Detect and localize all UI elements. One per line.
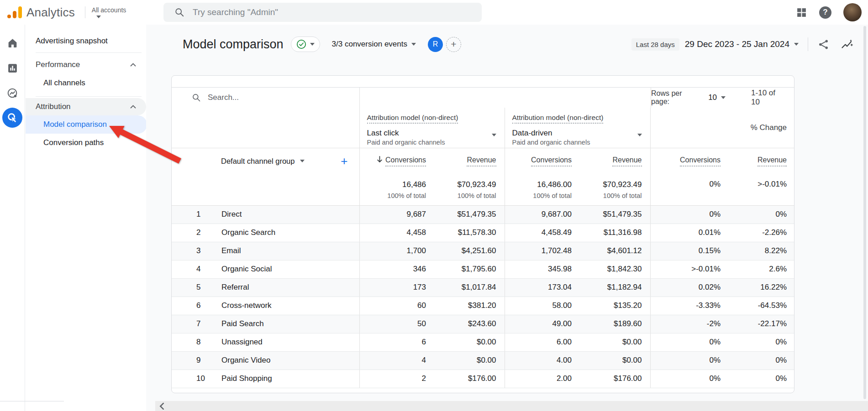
horizontal-scrollbar[interactable] [155, 401, 868, 411]
chevron-left-icon [159, 403, 164, 410]
sortable-header[interactable]: Revenue [612, 156, 642, 166]
advertising-icon[interactable] [2, 108, 22, 128]
sidebar-section-performance[interactable]: Performance [26, 56, 146, 74]
table-zone: Rows per page: 10 1-10 of 10 [172, 87, 794, 388]
apps-grid-icon[interactable] [796, 7, 807, 18]
cell-value: $1,842.30 [580, 260, 650, 278]
model-1-subtitle: Paid and organic channels [367, 139, 497, 146]
model-1-name: Last click [367, 129, 497, 138]
caret-down-icon[interactable] [300, 160, 305, 162]
avatar[interactable] [843, 3, 862, 21]
model-selector-row: Attribution model (non-direct) Last clic… [172, 108, 794, 148]
page-title: Model comparison [183, 37, 284, 52]
table-search[interactable] [172, 88, 359, 108]
pct-change-header: % Change [650, 108, 794, 148]
account-switcher[interactable]: All accounts [92, 6, 126, 18]
reports-icon[interactable] [7, 62, 18, 74]
col-header-conversions-1: Conversions [359, 148, 434, 174]
caret-down-icon[interactable] [794, 43, 799, 46]
totals-row: 16,486100% of total $70,923.49100% of to… [172, 174, 794, 205]
topbar-search-input[interactable] [193, 7, 448, 17]
product-name: Analytics [26, 5, 75, 20]
cell-value: $381.20 [434, 297, 505, 315]
cell-value: 9,687 [359, 205, 434, 224]
cell-value: 0% [729, 369, 794, 388]
sortable-header[interactable]: Revenue [758, 156, 787, 166]
conversion-events-selector[interactable]: 3/3 conversion events [332, 40, 407, 49]
cell-value: $0.00 [434, 351, 505, 369]
insights-button[interactable] [841, 38, 854, 51]
sidebar-item-advertising-snapshot[interactable]: Advertising snapshot [26, 34, 146, 48]
rows-per-page-select[interactable]: 10 [708, 93, 726, 102]
analytics-app: Analytics All accounts ? Advertising sna… [0, 0, 868, 411]
cell-value: $135.20 [580, 297, 650, 315]
caret-down-icon[interactable] [492, 134, 496, 136]
column-header-row: Default channel group + Conversions Reve… [172, 148, 794, 174]
cell-value: 0% [729, 205, 794, 224]
cell-value: -2% [650, 315, 729, 333]
help-icon[interactable]: ? [819, 6, 831, 19]
col-header-revenue-1: Revenue [434, 148, 505, 174]
topbar-actions: ? [796, 0, 862, 25]
attribution-model-header[interactable]: Attribution model (non-direct) [367, 114, 458, 124]
cell-value: $11,578.30 [434, 224, 505, 242]
share-icon [817, 38, 830, 51]
home-icon[interactable] [7, 37, 18, 49]
row-number: 2 [172, 224, 204, 242]
caret-down-icon[interactable] [637, 134, 642, 136]
data-quality-badge[interactable] [291, 36, 320, 52]
dimension-selector[interactable]: Default channel group [221, 157, 295, 166]
cell-value: 0% [729, 333, 794, 351]
share-button[interactable] [817, 38, 830, 51]
cell-value: 0% [650, 333, 729, 351]
cell-value: 1,702.48 [505, 242, 580, 260]
verified-check-icon [296, 39, 306, 49]
cell-value: 6.00 [505, 333, 580, 351]
row-number: 1 [172, 205, 204, 224]
topbar-search[interactable] [163, 3, 482, 22]
sidebar-section-attribution[interactable]: Attribution [26, 98, 146, 115]
sortable-header[interactable]: Conversions [680, 156, 721, 166]
page-header: Model comparison 3/3 conversion events R… [146, 25, 868, 64]
insights-icon [841, 38, 854, 51]
cell-value: 0% [729, 351, 794, 369]
total-conversions-1: 16,486100% of total [359, 174, 434, 205]
col-header-revenue-change: Revenue [729, 148, 794, 174]
sortable-header[interactable]: Revenue [467, 156, 496, 166]
date-range-selector[interactable]: 29 Dec 2023 - 25 Jan 2024 [685, 39, 789, 49]
table-row: 6Cross-network60$381.2058.00$135.20-3.33… [172, 297, 794, 315]
analytics-logo-icon[interactable] [7, 6, 22, 18]
sidebar-item-model-comparison[interactable]: Model comparison [26, 115, 147, 134]
channel-name: Paid Search [204, 315, 359, 333]
sidebar-item-conversion-paths[interactable]: Conversion paths [26, 134, 146, 152]
add-comparison-button[interactable]: + [446, 37, 461, 52]
sidebar-item-all-channels[interactable]: All channels [26, 74, 146, 92]
row-number: 9 [172, 351, 204, 369]
table-search-input[interactable] [208, 93, 317, 102]
explore-icon[interactable] [6, 87, 18, 99]
cell-value: 6 [359, 333, 434, 351]
date-preset-chip: Last 28 days [631, 38, 679, 51]
total-revenue-change: >-0.01% [729, 174, 794, 205]
row-number: 6 [172, 297, 204, 315]
sortable-header[interactable]: Conversions [385, 156, 426, 166]
cell-value: $1,182.94 [580, 278, 650, 297]
table-pagination: Rows per page: 10 1-10 of 10 [651, 88, 794, 108]
logo-dot [7, 15, 11, 18]
caret-down-icon[interactable] [411, 43, 416, 46]
col-header-conversions-change: Conversions [650, 148, 729, 174]
property-badge[interactable]: R [428, 37, 443, 52]
table-row: 9Organic Video4$0.004.00$0.000%0% [172, 351, 794, 369]
sortable-header[interactable]: Conversions [531, 156, 572, 166]
toolbar-spacer [359, 88, 651, 108]
table-row: 7Paid Search50$243.6049.00$189.60-2%-22.… [172, 315, 794, 333]
channel-name: Organic Search [204, 224, 359, 242]
add-dimension-button[interactable]: + [341, 155, 347, 167]
channel-name: Unassigned [204, 333, 359, 351]
cell-value: 0.02% [650, 278, 729, 297]
cell-value: 0.15% [650, 242, 729, 260]
table-row: 5Referral173$1,017.84173.04$1,182.940.02… [172, 278, 794, 297]
attribution-model-header[interactable]: Attribution model (non-direct) [512, 114, 604, 124]
cell-value: 0% [650, 369, 729, 388]
vertical-scrollbar[interactable] [863, 26, 866, 399]
